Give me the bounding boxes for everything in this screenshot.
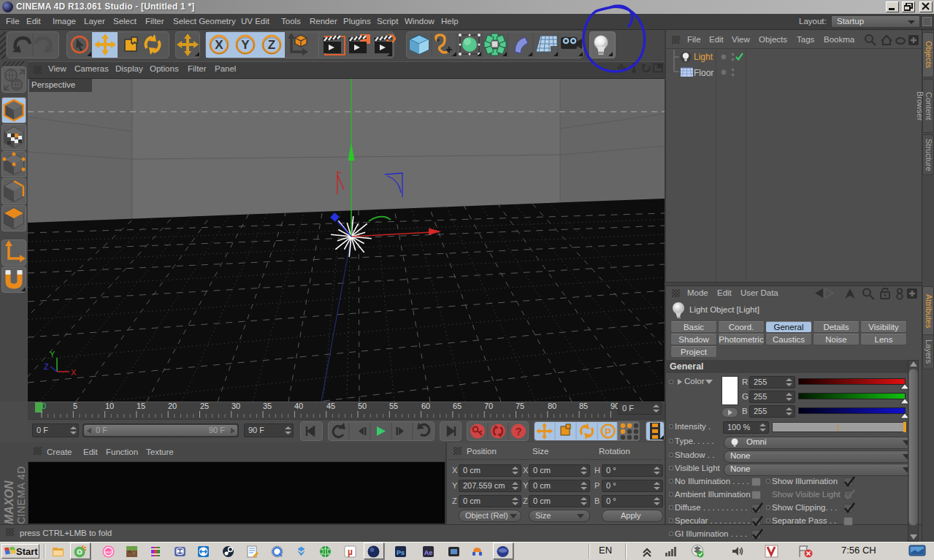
svg-text:60: 60 — [421, 402, 430, 410]
svg-text:20: 20 — [168, 402, 177, 410]
svg-text:5: 5 — [73, 402, 77, 410]
svg-text:40: 40 — [294, 402, 303, 410]
svg-text:?: ? — [515, 425, 521, 437]
svg-text:80: 80 — [548, 402, 556, 410]
svg-text:65: 65 — [453, 402, 462, 410]
svg-text:Z: Z — [268, 38, 275, 52]
svg-text:25: 25 — [200, 402, 209, 410]
svg-text:Z: Z — [44, 362, 49, 371]
svg-text:Y: Y — [241, 38, 250, 52]
svg-text:75: 75 — [516, 402, 524, 410]
svg-text:50: 50 — [358, 402, 367, 410]
svg-text:45: 45 — [326, 402, 335, 410]
svg-text:X: X — [215, 38, 223, 52]
svg-text:0: 0 — [42, 402, 46, 410]
svg-text:P: P — [605, 426, 611, 437]
svg-text:15: 15 — [137, 402, 145, 410]
svg-text:µ: µ — [348, 547, 353, 557]
svg-text:55: 55 — [389, 402, 398, 410]
svg-text:osu!: osu! — [105, 550, 112, 554]
svg-text:70: 70 — [484, 402, 493, 410]
svg-text:30: 30 — [231, 402, 240, 410]
svg-text:Y: Y — [50, 350, 55, 358]
svg-text:Ae: Ae — [424, 549, 433, 556]
svg-text:Ps: Ps — [397, 549, 405, 556]
svg-text:10: 10 — [105, 402, 114, 410]
svg-text:85: 85 — [579, 402, 588, 410]
svg-text:X: X — [71, 368, 77, 377]
svg-text:35: 35 — [263, 402, 272, 410]
